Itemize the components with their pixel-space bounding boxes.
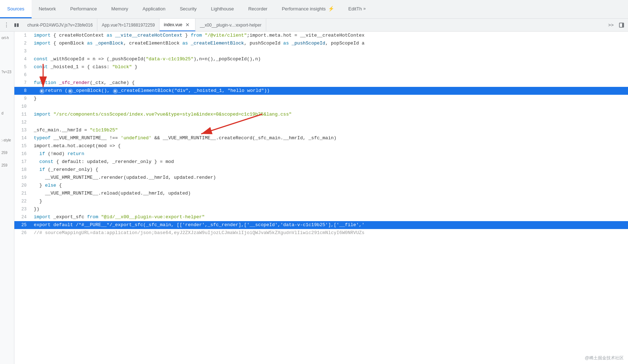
tab-sources[interactable]: Sources xyxy=(0,0,32,18)
code-line-1: 1 import { createHotContext as __vite__c… xyxy=(14,32,628,39)
code-line-13: 13 _sfc_main.__hmrId = "c1c19b25" xyxy=(14,126,628,134)
code-line-6: 6 xyxy=(14,71,628,79)
line-num-8: 8 xyxy=(14,87,32,95)
tab-memory-label: Memory xyxy=(111,6,128,11)
line-num-13: 13 xyxy=(14,126,32,134)
line-num-18: 18 xyxy=(14,166,32,174)
file-tab-chunk[interactable]: chunk-PD2AWGJV.js?v=23bfe016 xyxy=(23,19,97,31)
panel-collapse-button[interactable] xyxy=(617,20,627,30)
code-line-21: 21 __VUE_HMR_RUNTIME__.reload(updated.__… xyxy=(14,190,628,197)
code-line-5: 5 const _hoisted_1 = { class: "block" } xyxy=(14,63,628,71)
line-num-17: 17 xyxy=(14,158,32,166)
file-tabs-bar: ⋮ chunk-PD2AWGJV.js?v=23bfe016 App.vue?t… xyxy=(0,19,628,32)
tab-application[interactable]: Application xyxy=(135,0,173,18)
code-line-15: 15 import.meta.hot.accept(mod => { xyxy=(14,142,628,150)
line-content-14: typeof __VUE_HMR_RUNTIME__ !== 'undefine… xyxy=(32,134,628,142)
tab-security[interactable]: Security xyxy=(172,0,204,18)
line-content-17: const { default: updated, _rerender_only… xyxy=(32,158,628,166)
code-line-14: 14 typeof __VUE_HMR_RUNTIME__ !== 'undef… xyxy=(14,134,628,142)
close-file-tab-button[interactable]: ✕ xyxy=(184,22,191,28)
line-content-21: __VUE_HMR_RUNTIME__.reload(updated.__hmr… xyxy=(32,190,628,197)
code-line-10: 10 xyxy=(14,103,628,111)
top-nav: Sources Network Performance Memory Appli… xyxy=(0,0,628,19)
line-num-15: 15 xyxy=(14,142,32,150)
tab-performance-insights-label: Performance insights xyxy=(282,6,325,11)
file-tabs: chunk-PD2AWGJV.js?v=23bfe016 App.vue?t=1… xyxy=(23,19,605,31)
code-line-12: 12 xyxy=(14,118,628,126)
tab-editth-label: EditTh xyxy=(348,6,362,11)
line-content-20: } else { xyxy=(32,182,628,190)
tab-performance[interactable]: Performance xyxy=(63,0,104,18)
sidebar-item-orth: ort-h xyxy=(1,33,13,41)
code-line-22: 22 } xyxy=(14,197,628,205)
sidebar-item-259a: 259 xyxy=(1,150,13,155)
dock-icon xyxy=(619,22,624,28)
line-content-7: function _sfc_render(_ctx, _cache) { xyxy=(32,79,628,87)
tab-sources-label: Sources xyxy=(7,6,24,11)
code-line-25: 25 export default /*#__PURE__*/_export_s… xyxy=(14,221,628,229)
tab-network-label: Network xyxy=(39,6,56,11)
line-num-23: 23 xyxy=(14,205,32,213)
devtools-menu-button[interactable]: ⋮ xyxy=(1,20,11,30)
lightning-icon: ⚡ xyxy=(328,6,334,11)
code-line-8: 8 ▶return (▶_openBlock(), ▶_createElemen… xyxy=(14,87,628,95)
tab-recorder-label: Recorder xyxy=(248,6,267,11)
line-content-13: _sfc_main.__hmrId = "c1c19b25" xyxy=(32,126,628,134)
tab-network[interactable]: Network xyxy=(32,0,63,18)
tab-memory[interactable]: Memory xyxy=(104,0,135,18)
line-num-21: 21 xyxy=(14,190,32,197)
code-line-24: 24 import _export_sfc from "@id/__x00__p… xyxy=(14,213,628,221)
line-num-5: 5 xyxy=(14,63,32,71)
line-content-9: } xyxy=(32,95,628,103)
line-content-11: import "/src/components/cssScoped/index.… xyxy=(32,111,628,118)
code-line-17: 17 const { default: updated, _rerender_o… xyxy=(14,158,628,166)
file-tab-index-vue[interactable]: index.vue ✕ xyxy=(160,19,195,31)
tab-security-label: Security xyxy=(180,6,197,11)
line-content-18: if (_rerender_only) { xyxy=(32,166,628,174)
navigator-icon xyxy=(14,22,19,28)
file-tab-export-helper-label: __x00__plugin-v...:export-helper xyxy=(200,23,261,28)
code-line-11: 11 import "/src/components/cssScoped/ind… xyxy=(14,111,628,118)
tab-lighthouse[interactable]: Lighthouse xyxy=(204,0,241,18)
tab-lighthouse-label: Lighthouse xyxy=(211,6,234,11)
watermark: @稀土掘金技术社区 xyxy=(585,355,624,361)
code-editor[interactable]: 1 import { createHotContext as __vite__c… xyxy=(14,32,628,364)
line-num-9: 9 xyxy=(14,95,32,103)
tab-performance-label: Performance xyxy=(70,6,97,11)
more-tabs-icon: » xyxy=(363,6,366,11)
line-num-1: 1 xyxy=(14,32,32,39)
line-content-22: } xyxy=(32,197,628,205)
code-line-16: 16 if (!mod) return xyxy=(14,150,628,158)
line-num-4: 4 xyxy=(14,55,32,63)
line-num-16: 16 xyxy=(14,150,32,158)
line-num-19: 19 xyxy=(14,174,32,182)
line-num-20: 20 xyxy=(14,182,32,190)
tab-recorder[interactable]: Recorder xyxy=(241,0,274,18)
left-sidebar: ort-h ?v=23 d :-style 259 259 xyxy=(0,32,14,364)
file-tab-app-vue[interactable]: App.vue?t=1719881972259 xyxy=(97,19,160,31)
file-tab-chunk-label: chunk-PD2AWGJV.js?v=23bfe016 xyxy=(27,23,93,28)
line-num-25: 25 xyxy=(14,221,32,229)
line-content-25: export default /*#__PURE__*/_export_sfc(… xyxy=(32,221,628,229)
line-content-16: if (!mod) return xyxy=(32,150,628,158)
code-lines-container[interactable]: 1 import { createHotContext as __vite__c… xyxy=(14,32,628,364)
line-num-24: 24 xyxy=(14,213,32,221)
file-tab-export-helper[interactable]: __x00__plugin-v...:export-helper xyxy=(195,19,266,31)
navigator-button[interactable] xyxy=(11,20,22,30)
svg-rect-0 xyxy=(14,23,16,27)
line-num-22: 22 xyxy=(14,197,32,205)
line-num-6: 6 xyxy=(14,71,32,79)
line-content-26: //# sourceMappingURL=data:application/js… xyxy=(32,229,628,237)
svg-rect-3 xyxy=(622,23,623,27)
line-content-24: import _export_sfc from "@id/__x00__plug… xyxy=(32,213,628,221)
line-content-1: import { createHotContext as __vite__cre… xyxy=(32,32,628,39)
tab-performance-insights[interactable]: Performance insights ⚡ xyxy=(274,0,341,18)
code-line-18: 18 if (_rerender_only) { xyxy=(14,166,628,174)
code-line-3: 3 xyxy=(14,47,628,55)
more-file-tabs-button[interactable]: >> xyxy=(605,22,617,28)
tab-editth[interactable]: EditTh » xyxy=(341,0,373,18)
line-num-12: 12 xyxy=(14,118,32,126)
sidebar-item-v23: ?v=23 xyxy=(1,69,13,75)
sidebar-item-259b: 259 xyxy=(1,163,13,168)
code-line-4: 4 const _withScopeId = n => (_pushScopeI… xyxy=(14,55,628,63)
